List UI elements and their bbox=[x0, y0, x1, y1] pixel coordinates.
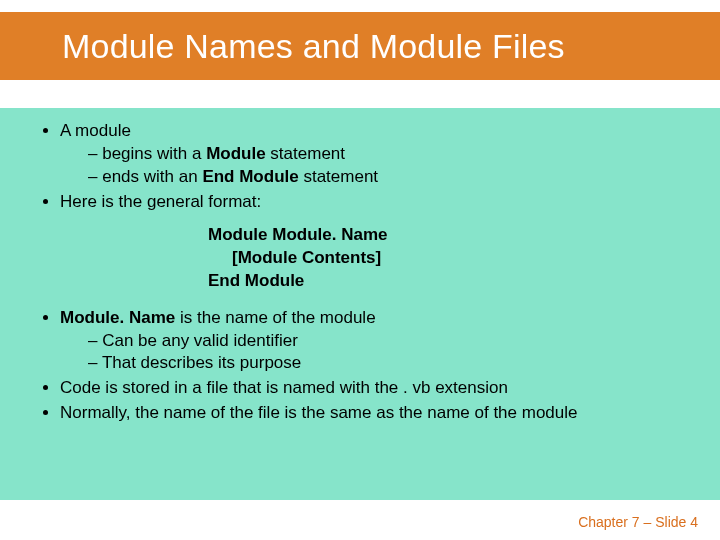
sub-list: Can be any valid identifier That describ… bbox=[60, 330, 692, 376]
text: Normally, the name of the file is the sa… bbox=[60, 403, 578, 422]
text: is the name of the module bbox=[175, 308, 375, 327]
code-block: Module Module. Name [Module Contents] En… bbox=[208, 224, 692, 293]
slide-footer: Chapter 7 – Slide 4 bbox=[578, 514, 698, 530]
bullet-list-2: Module. Name is the name of the module C… bbox=[0, 307, 692, 426]
sub-list: begins with a Module statement ends with… bbox=[60, 143, 692, 189]
sub-identifier: Can be any valid identifier bbox=[88, 330, 692, 353]
slide-body: A module begins with a Module statement … bbox=[0, 108, 720, 500]
code-line-3: End Module bbox=[208, 270, 692, 293]
text: statement bbox=[266, 144, 345, 163]
text: Can be any valid identifier bbox=[102, 331, 298, 350]
text: Code is stored in a file that is named w… bbox=[60, 378, 508, 397]
bold: Module bbox=[206, 144, 266, 163]
text: begins with a bbox=[102, 144, 206, 163]
text: ends with an bbox=[102, 167, 202, 186]
text: That describes its purpose bbox=[102, 353, 301, 372]
bullet-format: Here is the general format: bbox=[60, 191, 692, 214]
bullet-a-module: A module begins with a Module statement … bbox=[60, 120, 692, 189]
text: Here is the general format: bbox=[60, 192, 261, 211]
sub-begins: begins with a Module statement bbox=[88, 143, 692, 166]
bullet-module-name: Module. Name is the name of the module C… bbox=[60, 307, 692, 376]
bullet-list-1: A module begins with a Module statement … bbox=[0, 120, 692, 214]
bullet-normally: Normally, the name of the file is the sa… bbox=[60, 402, 692, 425]
slide: Module Names and Module Files A module b… bbox=[0, 0, 720, 540]
slide-title: Module Names and Module Files bbox=[62, 27, 565, 66]
title-bar: Module Names and Module Files bbox=[0, 12, 720, 80]
bullet-code-file: Code is stored in a file that is named w… bbox=[60, 377, 692, 400]
bold: End Module bbox=[202, 167, 298, 186]
text: statement bbox=[299, 167, 378, 186]
code-line-1: Module Module. Name bbox=[208, 224, 692, 247]
text: A module bbox=[60, 121, 131, 140]
bold: Module. Name bbox=[60, 308, 175, 327]
sub-purpose: That describes its purpose bbox=[88, 352, 692, 375]
code-line-2: [Module Contents] bbox=[208, 247, 692, 270]
sub-ends: ends with an End Module statement bbox=[88, 166, 692, 189]
